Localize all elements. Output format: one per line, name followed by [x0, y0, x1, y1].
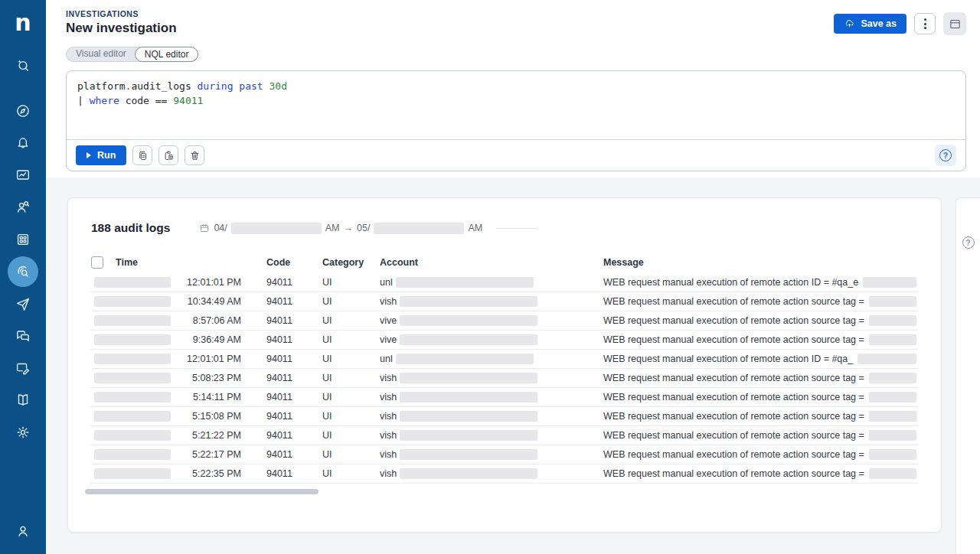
- redacted-date-from: [231, 223, 322, 234]
- redacted-account: [396, 354, 534, 364]
- side-help-icon[interactable]: ?: [962, 236, 975, 249]
- sidebar-item-settings[interactable]: [8, 417, 38, 448]
- cell-message: WEB request manual execution of remote a…: [603, 411, 864, 422]
- save-as-button[interactable]: Save as: [834, 14, 906, 34]
- sidebar-item-profile[interactable]: [8, 516, 38, 546]
- redacted-message-tail: [858, 354, 916, 364]
- run-label: Run: [97, 150, 116, 161]
- investigations-icon: [15, 263, 31, 280]
- redacted-date-to: [374, 223, 464, 234]
- page-title: New investigation: [66, 21, 966, 36]
- redacted-message-tail: [869, 430, 916, 441]
- cell-message: WEB request manual execution of remote a…: [603, 468, 864, 479]
- cell-code: 94011: [266, 411, 322, 422]
- redacted-account: [400, 315, 537, 326]
- cell-category: UI: [322, 354, 380, 364]
- user-profile-icon: [15, 523, 31, 539]
- cell-time: 9:36:49 AM: [175, 334, 241, 345]
- breadcrumb: INVESTIGATIONS: [66, 9, 966, 18]
- table-row[interactable]: 5:22:35 PM 94011 UI vish WEB request man…: [91, 464, 918, 484]
- table-row[interactable]: 12:01:01 PM 94011 UI unl WEB request man…: [91, 273, 918, 292]
- sidebar-item-campaigns[interactable]: [8, 321, 38, 351]
- tab-visual-editor[interactable]: Visual editor: [67, 47, 136, 62]
- redacted-message-tail: [869, 392, 916, 402]
- nql-help-button[interactable]: ?: [935, 145, 956, 166]
- cell-account-prefix: vish: [380, 296, 397, 307]
- sidebar-item-library[interactable]: [8, 385, 38, 416]
- sidebar-item-ai-search[interactable]: [8, 51, 38, 81]
- paste-button[interactable]: [158, 145, 178, 165]
- column-account: Account: [380, 257, 603, 268]
- nql-line-2: | where code == 94011: [77, 93, 955, 108]
- cell-message: WEB request manual execution of remote a…: [603, 430, 864, 441]
- table-row[interactable]: 5:14:11 PM 94011 UI vish WEB request man…: [91, 388, 918, 407]
- column-code: Code: [266, 257, 322, 268]
- table-row[interactable]: 5:21:22 PM 94011 UI vish WEB request man…: [91, 426, 918, 445]
- cell-code: 94011: [266, 468, 322, 479]
- more-options-button[interactable]: [914, 13, 936, 34]
- nql-toolbar: Run: [67, 140, 965, 171]
- layout-panel-icon: [949, 18, 962, 31]
- run-button[interactable]: Run: [76, 145, 126, 165]
- main-area: INVESTIGATIONS New investigation Save as: [46, 0, 980, 554]
- table-body: 12:01:01 PM 94011 UI unl WEB request man…: [91, 273, 918, 484]
- cell-time: 10:34:49 AM: [175, 296, 241, 307]
- select-all-checkbox[interactable]: [91, 256, 103, 269]
- cell-code: 94011: [266, 449, 322, 460]
- side-panel-sliver: ?: [956, 197, 980, 554]
- table-row[interactable]: 5:15:08 PM 94011 UI vish WEB request man…: [91, 407, 918, 426]
- delete-button[interactable]: [185, 145, 204, 165]
- redacted-message-tail: [863, 277, 916, 288]
- cell-account-prefix: vive: [380, 334, 397, 345]
- table-header: Time Code Category Account Message: [91, 252, 918, 273]
- sidebar-item-investigations[interactable]: [8, 256, 38, 287]
- redacted-account: [400, 296, 537, 307]
- cell-message: WEB request manual execution of remote a…: [603, 334, 864, 345]
- sidebar-item-alerts[interactable]: [8, 128, 38, 158]
- redacted-account: [400, 373, 537, 383]
- cell-message: WEB request manual execution of remote a…: [603, 277, 858, 288]
- app-root: n: [0, 0, 980, 554]
- table-row[interactable]: 10:34:49 AM 94011 UI vish WEB request ma…: [91, 292, 918, 311]
- table-row[interactable]: 9:36:49 AM 94011 UI vive WEB request man…: [91, 331, 918, 350]
- sidebar-item-workforce[interactable]: [8, 192, 38, 223]
- redacted-date: [94, 430, 171, 441]
- cell-code: 94011: [266, 277, 322, 288]
- sidebar-item-remote-actions[interactable]: [8, 288, 38, 319]
- horizontal-scrollbar-thumb[interactable]: [85, 489, 318, 494]
- results-header: 188 audit logs 04/ AM → 05/ AM: [91, 221, 918, 235]
- results-card: 188 audit logs 04/ AM → 05/ AM: [67, 197, 942, 533]
- redacted-message-tail: [869, 315, 916, 326]
- table-row[interactable]: 5:22:17 PM 94011 UI vish WEB request man…: [91, 445, 918, 464]
- redacted-message-tail: [869, 411, 916, 422]
- redacted-account: [400, 392, 537, 402]
- table-row[interactable]: 12:01:01 PM 94011 UI unl WEB request man…: [91, 350, 918, 369]
- library-book-icon: [15, 392, 31, 409]
- redacted-message-tail: [869, 334, 916, 345]
- cell-category: UI: [322, 277, 380, 288]
- header-actions: Save as: [834, 12, 966, 35]
- nexthink-logo[interactable]: n: [15, 0, 31, 44]
- calendar-icon: [199, 223, 210, 233]
- cell-code: 94011: [266, 315, 322, 326]
- content-design-icon: [15, 360, 31, 376]
- sidebar-item-compass[interactable]: [8, 96, 38, 126]
- table-row[interactable]: 5:08:23 PM 94011 UI vish WEB request man…: [91, 369, 918, 388]
- nql-editor-input[interactable]: platform.audit_logs during past 30d | wh…: [67, 71, 965, 140]
- toggle-panel-button[interactable]: [943, 12, 966, 35]
- sidebar-item-applications[interactable]: [8, 224, 38, 255]
- date-range-picker[interactable]: 04/ AM → 05/ AM: [199, 223, 482, 234]
- person-search-icon: [15, 199, 31, 216]
- cell-code: 94011: [266, 354, 322, 364]
- copy-button[interactable]: [132, 145, 152, 165]
- sidebar-item-dashboards[interactable]: [8, 160, 38, 191]
- cell-category: UI: [322, 296, 380, 307]
- redacted-date: [94, 334, 171, 345]
- redacted-message-tail: [869, 449, 916, 460]
- cell-category: UI: [322, 430, 380, 441]
- tab-nql-editor[interactable]: NQL editor: [135, 47, 199, 62]
- sidebar-item-content-design[interactable]: [8, 353, 38, 383]
- sidebar: n: [0, 0, 46, 554]
- cell-code: 94011: [266, 373, 322, 383]
- table-row[interactable]: 8:57:06 AM 94011 UI vive WEB request man…: [91, 311, 918, 331]
